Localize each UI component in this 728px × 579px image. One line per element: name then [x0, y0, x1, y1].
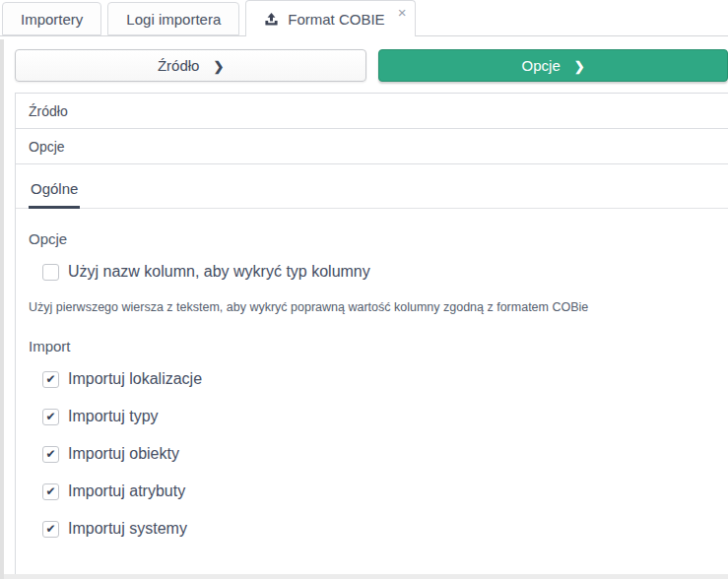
checkbox-row-importuj-lokalizacje[interactable]: ✔ Importuj lokalizacje — [42, 370, 728, 388]
checkbox-label[interactable]: Importuj atrybuty — [68, 482, 185, 500]
tab-logi-importera-label: Logi importera — [126, 11, 221, 28]
tab-importery-label: Importery — [21, 11, 83, 28]
checkbox-label[interactable]: Użyj nazw kolumn, aby wykryć typ kolumny — [68, 263, 370, 281]
step-options-button[interactable]: Opcje ❯ — [378, 49, 728, 82]
chevron-right-icon: ❯ — [574, 59, 585, 74]
tab-logi-importera[interactable]: Logi importera — [107, 2, 239, 35]
checkbox-label[interactable]: Importuj obiekty — [68, 445, 179, 463]
accordion-header-zrodlo-label: Źródło — [29, 103, 68, 119]
upload-icon — [264, 12, 279, 27]
checkbox-label[interactable]: Importuj systemy — [68, 520, 187, 538]
bottom-edge-strip — [4, 574, 728, 579]
checkbox-label[interactable]: Importuj lokalizacje — [68, 370, 202, 388]
accordion-header-opcje-label: Opcje — [29, 139, 65, 155]
checkbox-row-uzyj-nazw-kolumn[interactable]: Użyj nazw kolumn, aby wykryć typ kolumny — [42, 263, 728, 281]
group-heading-opcje: Opcje — [29, 230, 728, 247]
chevron-right-icon: ❯ — [213, 59, 224, 74]
help-text: Użyj pierwszego wiersza z tekstem, aby w… — [29, 300, 728, 314]
step-source-button[interactable]: Źródło ❯ — [15, 49, 366, 82]
left-edge-strip — [0, 39, 4, 579]
checkbox-importuj-atrybuty[interactable]: ✔ — [42, 483, 59, 500]
tab-ogolne[interactable]: Ogólne — [29, 178, 80, 209]
tab-bar: Importery Logi importera Format COBIE × — [0, 0, 728, 36]
checkbox-importuj-typy[interactable]: ✔ — [42, 409, 59, 425]
checkbox-row-importuj-obiekty[interactable]: ✔ Importuj obiekty — [42, 445, 728, 463]
checkbox-row-importuj-systemy[interactable]: ✔ Importuj systemy — [42, 520, 728, 538]
accordion-header-opcje[interactable]: Opcje — [16, 129, 728, 164]
step-options-label: Opcje — [522, 57, 561, 74]
close-icon[interactable]: × — [398, 6, 407, 20]
options-form: Opcje Użyj nazw kolumn, aby wykryć typ k… — [16, 209, 728, 538]
importer-config-panel: Źródło Opcje Ogólne Opcje Użyj nazw kolu… — [15, 93, 728, 575]
checkbox-row-importuj-atrybuty[interactable]: ✔ Importuj atrybuty — [42, 482, 728, 500]
checkbox-importuj-systemy[interactable]: ✔ — [42, 521, 59, 538]
checkbox-label[interactable]: Importuj typy — [68, 408, 159, 425]
checkbox-importuj-lokalizacje[interactable]: ✔ — [42, 371, 59, 388]
group-heading-import: Import — [29, 338, 728, 354]
checkbox-importuj-obiekty[interactable]: ✔ — [42, 446, 59, 463]
tab-format-cobie[interactable]: Format COBIE × — [245, 0, 415, 36]
wizard-steps: Źródło ❯ Opcje ❯ — [15, 49, 728, 82]
tab-importery[interactable]: Importery — [2, 2, 101, 35]
options-tab-strip: Ogólne — [16, 178, 728, 209]
tab-format-cobie-label: Format COBIE — [288, 11, 384, 28]
accordion-header-zrodlo[interactable]: Źródło — [16, 94, 728, 129]
checkbox-row-importuj-typy[interactable]: ✔ Importuj typy — [42, 408, 728, 425]
checkbox-uzyj-nazw-kolumn[interactable] — [42, 264, 59, 281]
step-source-label: Źródło — [158, 57, 200, 74]
